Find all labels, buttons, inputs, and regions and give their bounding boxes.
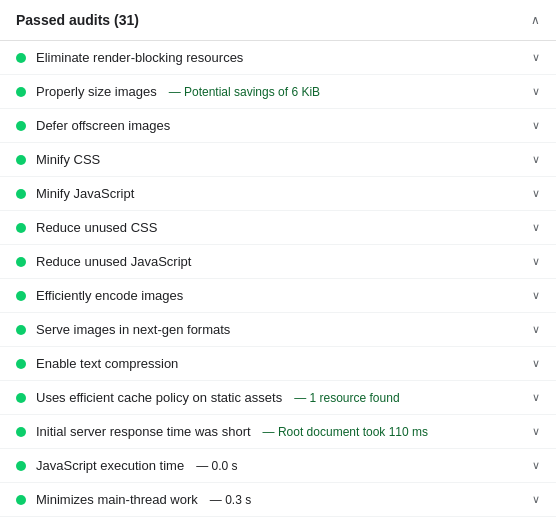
pass-dot-icon: [16, 325, 26, 335]
audit-note: — Potential savings of 6 KiB: [169, 85, 320, 99]
expand-icon[interactable]: ∨: [532, 51, 540, 64]
audit-label: Reduce unused JavaScript: [36, 254, 191, 269]
expand-icon[interactable]: ∨: [532, 357, 540, 370]
pass-dot-icon: [16, 53, 26, 63]
expand-icon[interactable]: ∨: [532, 323, 540, 336]
audit-item-left: Defer offscreen images: [16, 118, 524, 133]
audit-item[interactable]: Uses efficient cache policy on static as…: [0, 381, 556, 415]
expand-icon[interactable]: ∨: [532, 153, 540, 166]
audit-label: Defer offscreen images: [36, 118, 170, 133]
expand-icon[interactable]: ∨: [532, 493, 540, 506]
pass-dot-icon: [16, 257, 26, 267]
pass-dot-icon: [16, 121, 26, 131]
audit-item[interactable]: Minify JavaScript∨: [0, 177, 556, 211]
audit-item-left: Eliminate render-blocking resources: [16, 50, 524, 65]
audit-item[interactable]: Serve images in next-gen formats∨: [0, 313, 556, 347]
pass-dot-icon: [16, 291, 26, 301]
audit-item-left: Minify CSS: [16, 152, 524, 167]
pass-dot-icon: [16, 359, 26, 369]
section-title: Passed audits (31): [16, 12, 139, 28]
audit-item[interactable]: Efficiently encode images∨: [0, 279, 556, 313]
pass-dot-icon: [16, 461, 26, 471]
audit-item[interactable]: Defer offscreen images∨: [0, 109, 556, 143]
audit-note: — 0.3 s: [210, 493, 251, 507]
audit-item-left: Efficiently encode images: [16, 288, 524, 303]
audit-item-left: Properly size images — Potential savings…: [16, 84, 524, 99]
audit-label: Minify CSS: [36, 152, 100, 167]
audit-item[interactable]: Properly size images — Potential savings…: [0, 75, 556, 109]
pass-dot-icon: [16, 87, 26, 97]
audit-list: Eliminate render-blocking resources∨Prop…: [0, 41, 556, 523]
audit-label: Initial server response time was short: [36, 424, 251, 439]
audit-label: Properly size images: [36, 84, 157, 99]
audit-item[interactable]: Eliminate render-blocking resources∨: [0, 41, 556, 75]
audit-label: Reduce unused CSS: [36, 220, 157, 235]
pass-dot-icon: [16, 189, 26, 199]
audit-item[interactable]: Initial server response time was short —…: [0, 415, 556, 449]
audit-item[interactable]: Minimizes main-thread work — 0.3 s∨: [0, 483, 556, 517]
audit-item-left: Enable text compression: [16, 356, 524, 371]
expand-icon[interactable]: ∨: [532, 425, 540, 438]
expand-icon[interactable]: ∨: [532, 391, 540, 404]
audit-note: — 1 resource found: [294, 391, 399, 405]
pass-dot-icon: [16, 223, 26, 233]
audit-item[interactable]: JavaScript execution time — 0.0 s∨: [0, 449, 556, 483]
audit-item[interactable]: Reduce unused CSS∨: [0, 211, 556, 245]
pass-dot-icon: [16, 155, 26, 165]
expand-icon[interactable]: ∨: [532, 119, 540, 132]
expand-icon[interactable]: ∨: [532, 289, 540, 302]
audit-item[interactable]: Enable text compression∨: [0, 347, 556, 381]
audit-item-left: Reduce unused CSS: [16, 220, 524, 235]
pass-dot-icon: [16, 393, 26, 403]
audit-item-left: Uses efficient cache policy on static as…: [16, 390, 524, 405]
audit-label: Enable text compression: [36, 356, 178, 371]
audit-item[interactable]: Minify CSS∨: [0, 143, 556, 177]
collapse-icon[interactable]: ∧: [531, 13, 540, 27]
audit-item-left: Minify JavaScript: [16, 186, 524, 201]
audit-label: Serve images in next-gen formats: [36, 322, 230, 337]
expand-icon[interactable]: ∨: [532, 85, 540, 98]
audit-label: JavaScript execution time: [36, 458, 184, 473]
section-header[interactable]: Passed audits (31) ∧: [0, 0, 556, 41]
expand-icon[interactable]: ∨: [532, 187, 540, 200]
expand-icon[interactable]: ∨: [532, 459, 540, 472]
audit-label: Minimizes main-thread work: [36, 492, 198, 507]
audit-label: Minify JavaScript: [36, 186, 134, 201]
expand-icon[interactable]: ∨: [532, 221, 540, 234]
pass-dot-icon: [16, 495, 26, 505]
audit-label: Efficiently encode images: [36, 288, 183, 303]
audit-item-left: Minimizes main-thread work — 0.3 s: [16, 492, 524, 507]
passed-audits-section: Passed audits (31) ∧ Eliminate render-bl…: [0, 0, 556, 523]
audit-item-left: Initial server response time was short —…: [16, 424, 524, 439]
expand-icon[interactable]: ∨: [532, 255, 540, 268]
audit-label: Eliminate render-blocking resources: [36, 50, 243, 65]
pass-dot-icon: [16, 427, 26, 437]
audit-note: — 0.0 s: [196, 459, 237, 473]
audit-item[interactable]: All text remains visible during webfont …: [0, 517, 556, 523]
audit-item-left: Reduce unused JavaScript: [16, 254, 524, 269]
audit-item-left: JavaScript execution time — 0.0 s: [16, 458, 524, 473]
audit-label: Uses efficient cache policy on static as…: [36, 390, 282, 405]
audit-item[interactable]: Reduce unused JavaScript∨: [0, 245, 556, 279]
audit-item-left: Serve images in next-gen formats: [16, 322, 524, 337]
audit-note: — Root document took 110 ms: [263, 425, 428, 439]
